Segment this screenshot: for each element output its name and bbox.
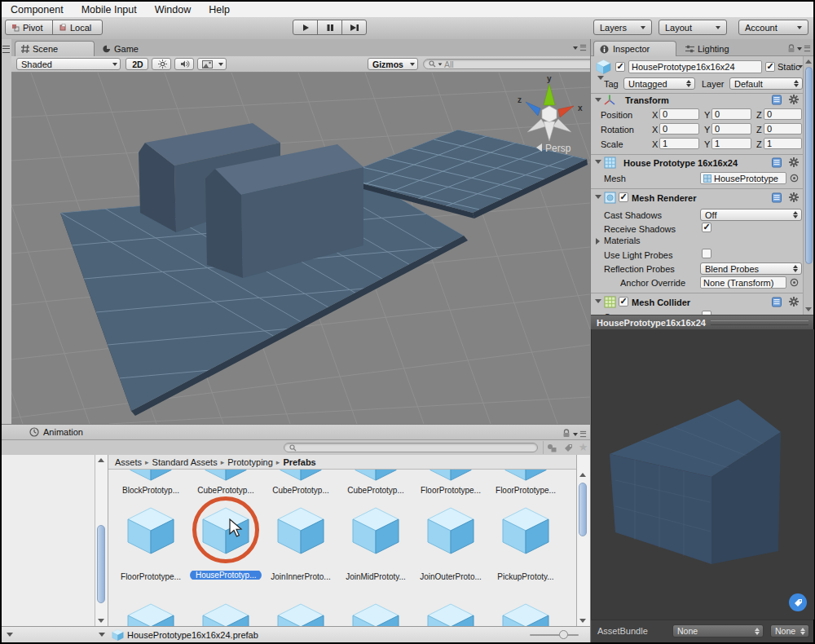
prefab-label[interactable]: JoinMidPrototy... [340, 572, 412, 581]
lock-icon[interactable] [562, 429, 570, 438]
assetbundle-dropdown[interactable]: None [672, 624, 764, 637]
prefab-icon[interactable] [428, 470, 474, 481]
breadcrumb-assets[interactable]: Assets [115, 457, 142, 467]
gameobject-name-field[interactable]: HousePrototype16x16x24 [628, 60, 762, 73]
layout-dropdown[interactable]: Layout [659, 20, 727, 35]
rotation-y-field[interactable]: 0 [711, 123, 751, 135]
transform-foldout[interactable] [595, 98, 601, 102]
thumbnail-slider-track[interactable] [530, 634, 579, 636]
scale-y-field[interactable]: 1 [711, 138, 751, 149]
light-probes-checkbox[interactable] [702, 249, 711, 258]
scroll-down-arrow[interactable] [805, 307, 812, 311]
tag-dropdown[interactable]: Untagged [623, 77, 695, 90]
prefab-icon[interactable] [278, 470, 324, 481]
menu-help[interactable]: Help [200, 4, 239, 15]
prefab-label[interactable]: JoinInnerProto... [265, 572, 337, 581]
local-button[interactable]: Local [52, 20, 103, 35]
status-foldout-2[interactable] [99, 633, 105, 637]
gear-icon[interactable] [789, 95, 799, 104]
step-button[interactable] [341, 20, 367, 35]
gear-icon[interactable] [789, 157, 799, 167]
help-icon[interactable] [772, 157, 782, 168]
prefab-icon[interactable] [500, 507, 551, 554]
rotation-z-field[interactable]: 0 [764, 123, 802, 135]
menu-component[interactable]: Component [2, 4, 73, 15]
assetbundle-tag-button[interactable] [789, 593, 807, 611]
folder-tree-scrollbar[interactable] [95, 455, 108, 626]
prefab-label[interactable]: FloorPrototype... [490, 486, 562, 495]
assetbundle-variant-dropdown[interactable]: None [770, 624, 809, 637]
prefab-icon[interactable] [126, 603, 176, 626]
breadcrumb-prototyping[interactable]: Prototyping [227, 457, 273, 467]
position-y-field[interactable]: 0 [711, 108, 751, 120]
lighting-toggle[interactable] [152, 58, 171, 70]
meshcollider-enabled-checkbox[interactable] [619, 297, 628, 307]
prefab-icon[interactable] [353, 470, 399, 481]
prefab-label[interactable]: BlockPrototyp... [115, 486, 187, 495]
mesh-field[interactable]: HousePrototype [700, 172, 786, 184]
scene-panel-menu[interactable] [573, 44, 587, 51]
breadcrumb-standard-assets[interactable]: Standard Assets [152, 457, 218, 467]
prefab-icon[interactable] [425, 507, 476, 554]
prefab-icon[interactable] [350, 507, 401, 554]
receive-shadows-checkbox[interactable] [702, 223, 711, 232]
prefab-icon[interactable] [503, 470, 548, 481]
account-dropdown[interactable]: Account [738, 20, 808, 35]
static-checkbox[interactable] [765, 62, 775, 72]
meshrenderer-foldout[interactable] [595, 195, 601, 199]
search-by-label-button[interactable] [561, 441, 575, 454]
meshcollider-foldout[interactable] [595, 299, 601, 303]
tab-inspector[interactable]: Inspector [593, 41, 676, 56]
scale-z-field[interactable]: 1 [764, 138, 802, 149]
prefab-label[interactable]: CubePrototyp... [190, 486, 262, 495]
tab-lighting[interactable]: Lighting [685, 42, 729, 55]
audio-toggle[interactable] [174, 58, 194, 70]
preview-header[interactable]: HousePrototype16x16x24 [591, 315, 813, 329]
menu-mobile-input[interactable]: Mobile Input [73, 4, 146, 15]
inspector-scrollbar-thumb[interactable] [805, 67, 813, 264]
asset-preview-viewport[interactable] [591, 329, 813, 620]
prefab-label[interactable]: FloorPrototype... [415, 486, 487, 495]
shading-mode-dropdown[interactable]: Shaded [16, 58, 121, 70]
prefab-label[interactable]: JoinOuterProto... [415, 572, 487, 581]
scene-search-field[interactable]: All [423, 59, 596, 69]
play-button[interactable] [293, 20, 318, 35]
prefab-label[interactable]: CubePrototyp... [265, 486, 337, 495]
position-x-field[interactable]: 0 [659, 108, 699, 120]
gear-icon[interactable] [789, 297, 799, 307]
prefab-label[interactable]: FloorPrototype... [115, 572, 187, 581]
tab-game[interactable]: Game [103, 42, 139, 55]
active-checkbox[interactable] [615, 62, 625, 72]
gameobject-foldout[interactable] [597, 76, 604, 80]
gear-icon[interactable] [789, 192, 799, 202]
prefab-label[interactable]: CubePrototyp... [340, 486, 412, 495]
gizmos-dropdown[interactable]: Gizmos [368, 58, 418, 70]
inspector-scrollbar[interactable] [803, 56, 813, 315]
prefab-label-selected[interactable]: HousePrototyp... [190, 571, 262, 580]
reflection-probes-dropdown[interactable]: Blend Probes [700, 262, 802, 275]
help-icon[interactable] [772, 297, 782, 307]
tab-animation[interactable]: Animation [29, 427, 83, 437]
asset-scrollbar[interactable] [576, 455, 590, 626]
materials-foldout[interactable] [596, 238, 600, 245]
prefab-icon[interactable] [275, 603, 326, 626]
anchor-override-field[interactable]: None (Transform) [700, 276, 786, 289]
prefab-icon[interactable] [126, 507, 176, 554]
prefab-icon[interactable] [203, 470, 249, 481]
pivot-button[interactable]: Pivot [5, 20, 53, 35]
thumbnail-slider-knob[interactable] [559, 630, 568, 639]
search-by-type-button[interactable] [543, 441, 560, 454]
scroll-up-arrow[interactable] [805, 60, 812, 64]
favorites-star-button[interactable]: ★ [576, 440, 590, 454]
object-picker-icon[interactable] [790, 278, 799, 287]
prefab-icon[interactable] [275, 507, 326, 554]
prefab-icon[interactable] [128, 470, 174, 481]
prefab-icon[interactable] [500, 603, 551, 626]
prefab-icon[interactable] [200, 603, 251, 626]
help-icon[interactable] [772, 95, 782, 105]
scale-x-field[interactable]: 1 [659, 138, 699, 149]
prefab-label[interactable]: PickupPrototy... [490, 572, 562, 581]
object-picker-icon[interactable] [790, 174, 799, 183]
pause-button[interactable] [317, 20, 342, 35]
panel-menu-icon[interactable] [2, 46, 10, 53]
